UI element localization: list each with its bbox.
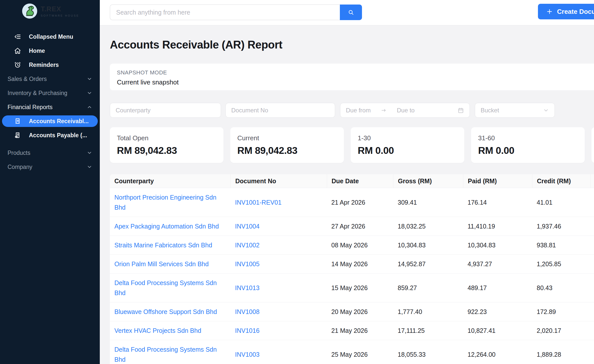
document-no-link[interactable]: INV1016 (235, 326, 259, 336)
create-document-label: Create Document (557, 8, 594, 16)
counterparty-filter (110, 103, 221, 118)
sidebar-group-label: Financial Reports (8, 104, 53, 111)
column-header-paid: Paid (RM) (463, 174, 532, 188)
credit-cell: 80.43 (532, 274, 590, 302)
table-header: Counterparty Document No Due Date Gross … (110, 174, 594, 188)
chevron-down-icon (87, 164, 92, 170)
alarm-clock-icon (14, 61, 21, 68)
summary-card-total-open: Total Open RM 89,042.83 (110, 127, 223, 163)
counterparty-link[interactable]: Straits Marine Fabricators Sdn Bhd (114, 240, 212, 250)
gross-cell: 14,952.87 (393, 255, 463, 273)
chevron-down-icon (543, 107, 549, 113)
paid-cell: 176.14 (463, 188, 532, 217)
table-row: Delta Food Processing Systems Sdn Bhd IN… (110, 340, 594, 364)
brand-tagline: SOFTWARE HOUSE (41, 14, 79, 17)
snapshot-mode-card: SNAPSHOT MODE Current live snapshot (110, 64, 594, 90)
card-label: 31-60 (478, 134, 585, 142)
document-no-link[interactable]: INV1003 (235, 349, 259, 359)
sidebar-item-label: Home (29, 48, 45, 54)
table-row: Northport Precision Engineering Sdn Bhd … (110, 188, 594, 217)
document-no-filter-input[interactable] (231, 107, 329, 114)
column-header-credit: Credit (RM) (532, 174, 590, 188)
counterparty-link[interactable]: Orion Palm Mill Services Sdn Bhd (114, 259, 209, 269)
document-no-link[interactable]: INV1013 (235, 283, 259, 293)
filter-bar: Due from Due to Bucket (110, 103, 594, 118)
due-date-cell: 15 May 2026 (327, 274, 393, 302)
summary-card-1-30: 1-30 RM 0.00 (351, 127, 464, 163)
column-header-counterparty: Counterparty (110, 174, 231, 188)
ar-table: Counterparty Document No Due Date Gross … (110, 174, 594, 364)
chevron-down-icon (87, 76, 92, 82)
paid-cell: 12,264.00 (463, 340, 532, 364)
paid-cell: 922.23 (463, 302, 532, 321)
credit-cell: 938.81 (532, 236, 590, 254)
counterparty-link[interactable]: Northport Precision Engineering Sdn Bhd (114, 192, 226, 212)
card-value: RM 89,042.83 (237, 145, 344, 156)
bucket-placeholder: Bucket (481, 107, 499, 114)
gross-cell: 309.41 (393, 188, 463, 217)
due-date-cell: 08 May 2026 (327, 236, 393, 254)
due-to-placeholder[interactable]: Due to (397, 107, 415, 114)
document-no-link[interactable]: INV1008 (235, 307, 259, 317)
brand-logo: T.REX SOFTWARE HOUSE (0, 0, 100, 23)
sidebar-group-label: Products (8, 150, 30, 156)
search-button[interactable] (340, 5, 362, 20)
create-document-button[interactable]: Create Document (538, 4, 594, 19)
paid-cell: 10,827.41 (463, 321, 532, 340)
sidebar-group-label: Company (8, 164, 32, 170)
bucket-filter-select[interactable]: Bucket (475, 103, 555, 118)
receipt-icon (14, 118, 21, 125)
main-area: Create Document Accounts Receivable (AR)… (100, 0, 594, 364)
document-no-link[interactable]: INV1001-REV01 (235, 197, 282, 207)
summary-card-partial (591, 127, 594, 163)
sidebar-group-sales-orders[interactable]: Sales & Orders (0, 76, 100, 82)
document-no-link[interactable]: INV1004 (235, 221, 259, 231)
sidebar: T.REX SOFTWARE HOUSE Collapsed Menu Home (0, 0, 100, 364)
sidebar-item-reminders[interactable]: Reminders (2, 59, 98, 71)
plus-icon (546, 8, 553, 15)
document-no-link[interactable]: INV1005 (235, 259, 259, 269)
sidebar-item-accounts-receivable[interactable]: Accounts Receivabl... (2, 115, 98, 127)
counterparty-link[interactable]: Apex Packaging Automation Sdn Bhd (114, 221, 219, 231)
counterparty-link[interactable]: Delta Food Processing Systems Sdn Bhd (114, 278, 226, 298)
gross-cell: 859.27 (393, 274, 463, 302)
counterparty-filter-input[interactable] (116, 107, 215, 114)
credit-cell: 1,205.85 (532, 255, 590, 273)
table-row: Delta Food Processing Systems Sdn Bhd IN… (110, 273, 594, 302)
search-input[interactable] (110, 5, 340, 20)
counterparty-link[interactable]: Vertex HVAC Projects Sdn Bhd (114, 326, 201, 336)
counterparty-link[interactable]: Bluewave Offshore Support Sdn Bhd (114, 307, 217, 317)
table-row: Straits Marine Fabricators Sdn Bhd INV10… (110, 236, 594, 254)
counterparty-link[interactable]: Delta Food Processing Systems Sdn Bhd (114, 344, 226, 364)
sidebar-group-financial-reports[interactable]: Financial Reports (0, 104, 100, 111)
due-from-placeholder[interactable]: Due from (346, 107, 371, 114)
sidebar-item-collapse-menu[interactable]: Collapsed Menu (2, 31, 98, 42)
card-label: 1-30 (358, 134, 464, 142)
document-no-link[interactable]: INV1002 (235, 240, 259, 250)
due-date-cell: 27 Apr 2026 (327, 217, 393, 236)
card-label: Current (237, 134, 344, 142)
table-row: Bluewave Offshore Support Sdn Bhd INV100… (110, 302, 594, 321)
credit-cell: 2,020.17 (532, 321, 590, 340)
card-value: RM 0.00 (478, 145, 585, 156)
sidebar-group-inventory-purchasing[interactable]: Inventory & Purchasing (0, 90, 100, 97)
sidebar-group-products[interactable]: Products (0, 150, 100, 156)
gross-cell: 18,032.25 (393, 217, 463, 236)
global-search (110, 5, 362, 20)
sidebar-group-company[interactable]: Company (0, 164, 100, 170)
sidebar-item-home[interactable]: Home (2, 45, 98, 57)
brand-text: T.REX SOFTWARE HOUSE (41, 5, 79, 17)
card-label: Total Open (117, 134, 223, 142)
chevron-down-icon (87, 90, 92, 96)
paid-cell: 10,304.83 (463, 236, 532, 254)
calendar-icon (458, 107, 464, 114)
due-date-range-filter[interactable]: Due from Due to (340, 103, 470, 118)
column-header-gross: Gross (RM) (393, 174, 463, 188)
paid-cell: 11,410.19 (463, 217, 532, 236)
sidebar-nav: Collapsed Menu Home Reminders Sales & Or… (0, 23, 100, 174)
card-value: RM 89,042.83 (117, 145, 223, 156)
summary-cards: Total Open RM 89,042.83 Current RM 89,04… (110, 127, 594, 163)
sidebar-item-accounts-payable[interactable]: Accounts Payable (... (2, 129, 98, 141)
search-icon (348, 9, 354, 16)
summary-card-31-60: 31-60 RM 0.00 (471, 127, 585, 163)
